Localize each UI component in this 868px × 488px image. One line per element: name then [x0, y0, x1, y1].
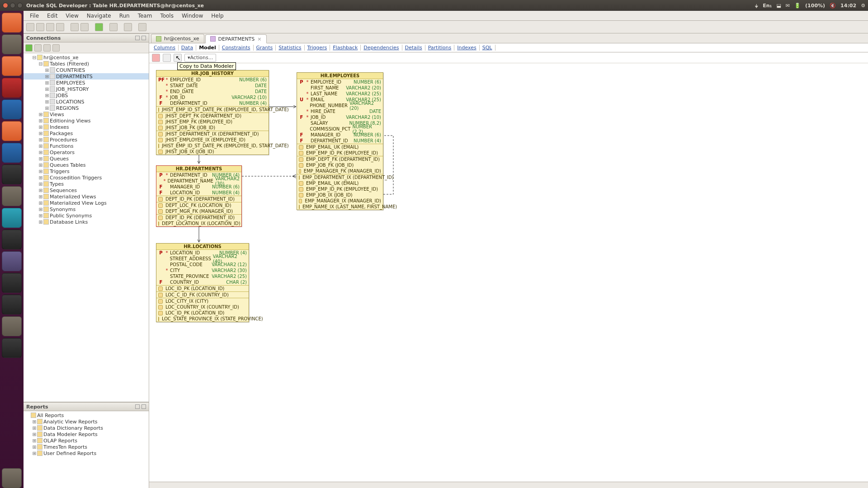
tree-item[interactable]: ⊞Views	[24, 111, 149, 117]
minimize-window-button[interactable]	[10, 3, 15, 8]
launcher-app-icon[interactable]	[2, 78, 22, 98]
volume-icon[interactable]: 🔇	[830, 3, 836, 9]
subtab-columns[interactable]: Columns	[151, 45, 179, 51]
battery-icon[interactable]: 🔋	[794, 3, 801, 9]
panel-minimize-icon[interactable]	[135, 404, 140, 409]
filter-button[interactable]	[43, 44, 51, 52]
subtab-model[interactable]: Model	[196, 45, 219, 51]
language-indicator[interactable]: En₁	[763, 3, 772, 9]
clock[interactable]: 14:02	[840, 3, 856, 9]
subtab-details[interactable]: Details	[402, 45, 425, 51]
tree-item[interactable]: ⊞Queues Tables	[24, 162, 149, 168]
entity-locations[interactable]: HR.LOCATIONSP*LOCATION_IDNUMBER (4)STREE…	[156, 243, 249, 322]
menu-file[interactable]: File	[26, 12, 42, 20]
menu-team[interactable]: Team	[134, 12, 156, 20]
report-item[interactable]: All Reports	[24, 412, 149, 418]
launcher-firefox-icon[interactable]	[2, 121, 22, 141]
subtab-partitions[interactable]: Partitions	[425, 45, 455, 51]
tool-button[interactable]	[138, 23, 146, 31]
launcher-thunderbird-icon[interactable]	[2, 99, 22, 119]
tree-item[interactable]: ⊞Operators	[24, 149, 149, 155]
subtab-data[interactable]: Data	[179, 45, 196, 51]
tree-item[interactable]: ⊞Editioning Views	[24, 117, 149, 124]
tree-item[interactable]: ⊞Materialized Views	[24, 193, 149, 200]
tool-button[interactable]	[52, 44, 60, 52]
new-connection-button[interactable]	[25, 44, 33, 52]
subtab-flashback[interactable]: Flashback	[330, 45, 361, 51]
subtab-indexes[interactable]: Indexes	[454, 45, 479, 51]
tree-item[interactable]: ⊟Tables (Filtered)	[24, 61, 149, 67]
subtab-grants[interactable]: Grants	[254, 45, 276, 51]
launcher-terminal-icon[interactable]	[2, 230, 22, 249]
subtab-constraints[interactable]: Constraints	[219, 45, 254, 51]
maximize-window-button[interactable]	[17, 3, 23, 8]
launcher-app-icon[interactable]	[2, 56, 22, 76]
launcher-app-icon[interactable]	[2, 251, 22, 271]
tree-item[interactable]: ⊞JOB_HISTORY	[24, 86, 149, 92]
redo-button[interactable]	[80, 23, 89, 31]
tree-item[interactable]: ⊟hr@centos_xe	[24, 54, 149, 61]
report-item[interactable]: ⊞Analytic View Reports	[24, 418, 149, 425]
dropbox-icon[interactable]: ⬓	[776, 3, 781, 9]
tree-item[interactable]: ⊞COUNTRIES	[24, 67, 149, 73]
tree-item[interactable]: ⊞Materialized View Logs	[24, 200, 149, 206]
menu-view[interactable]: View	[62, 12, 82, 20]
report-item[interactable]: ⊞TimesTen Reports	[24, 444, 149, 450]
wifi-icon[interactable]: ⏚	[755, 3, 758, 9]
reports-tree[interactable]: All Reports⊞Analytic View Reports⊞Data D…	[24, 411, 149, 488]
actions-dropdown[interactable]: ▾ Actions...	[184, 54, 216, 62]
launcher-app-icon[interactable]	[2, 164, 22, 184]
horizontal-scrollbar[interactable]	[149, 482, 868, 488]
save-button[interactable]	[46, 23, 54, 31]
tree-item[interactable]: ⊞Synonyms	[24, 206, 149, 212]
new-button[interactable]	[26, 23, 34, 31]
subtab-triggers[interactable]: Triggers	[305, 45, 330, 51]
gear-icon[interactable]: ⚙	[861, 3, 865, 9]
report-item[interactable]: ⊞Data Modeler Reports	[24, 431, 149, 437]
subtab-dependencies[interactable]: Dependencies	[361, 45, 402, 51]
menu-run[interactable]: Run	[116, 12, 133, 20]
tree-item[interactable]: ⊞Packages	[24, 130, 149, 136]
launcher-files-icon[interactable]	[2, 34, 22, 54]
launcher-editor-icon[interactable]	[2, 186, 22, 206]
tree-item[interactable]: ⊞Queues	[24, 155, 149, 162]
pin-button[interactable]	[152, 54, 160, 62]
tree-item[interactable]: ⊞Functions	[24, 143, 149, 149]
menu-tools[interactable]: Tools	[156, 12, 177, 20]
report-item[interactable]: ⊞User Defined Reports	[24, 450, 149, 456]
save-all-button[interactable]	[56, 23, 64, 31]
launcher-vscode-icon[interactable]	[2, 143, 22, 163]
tree-item[interactable]: ⊞Database Links	[24, 219, 149, 225]
refresh-button[interactable]	[34, 44, 42, 52]
copy-to-data-modeler-button[interactable]	[174, 54, 182, 62]
tree-item[interactable]: ⊞LOCATIONS	[24, 99, 149, 105]
panel-minimize-icon[interactable]	[135, 36, 140, 40]
tree-item[interactable]: ⊞Crossedition Triggers	[24, 174, 149, 181]
panel-maximize-icon[interactable]	[142, 404, 146, 409]
close-window-button[interactable]	[3, 3, 8, 8]
open-button[interactable]	[36, 23, 44, 31]
tree-item[interactable]: ⊞EMPLOYEES	[24, 80, 149, 86]
launcher-sqldeveloper-icon[interactable]	[2, 208, 22, 228]
tree-item[interactable]: ⊞JOBS	[24, 92, 149, 99]
tree-item[interactable]: ⊞Indexes	[24, 124, 149, 130]
launcher-trash-icon[interactable]	[2, 468, 22, 488]
tree-item[interactable]: ⊞Sequences	[24, 187, 149, 193]
tree-item[interactable]: ⊞Public Synonyms	[24, 212, 149, 219]
debug-button[interactable]	[109, 23, 118, 31]
launcher-monitor-icon[interactable]	[2, 273, 22, 293]
launcher-help-icon[interactable]	[2, 316, 22, 336]
report-item[interactable]: ⊞OLAP Reports	[24, 437, 149, 444]
menu-help[interactable]: Help	[208, 12, 227, 20]
report-item[interactable]: ⊞Data Dictionary Reports	[24, 425, 149, 431]
launcher-dash-icon[interactable]	[2, 13, 22, 33]
model-canvas[interactable]: HR.JOB_HISTORYPF*EMPLOYEE_IDNUMBER (6)*S…	[149, 63, 868, 482]
tree-item[interactable]: ⊞Types	[24, 181, 149, 187]
close-tab-icon[interactable]: ×	[257, 36, 261, 42]
entity-employees[interactable]: HR.EMPLOYEESP*EMPLOYEE_IDNUMBER (6)FIRST…	[297, 72, 383, 210]
menu-window[interactable]: Window	[178, 12, 207, 20]
entity-departments[interactable]: HR.DEPARTMENTSP*DEPARTMENT_IDNUMBER (4)*…	[156, 165, 242, 227]
menu-edit[interactable]: Edit	[43, 12, 61, 20]
mail-icon[interactable]: ✉	[786, 3, 790, 9]
connections-tree[interactable]: ⊟hr@centos_xe⊟Tables (Filtered)⊞COUNTRIE…	[24, 53, 149, 402]
